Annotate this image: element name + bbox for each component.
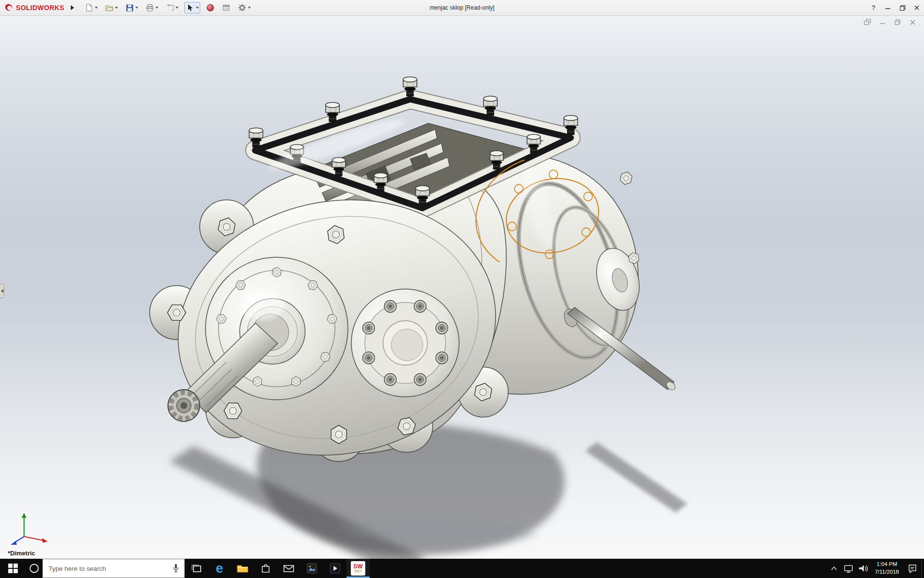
flyout-arrow-icon — [71, 5, 74, 10]
show-desktop-strip[interactable] — [921, 559, 924, 578]
window-controls: ? — [866, 0, 924, 15]
document-window-controls — [863, 18, 917, 26]
front-boss-small[interactable] — [351, 289, 459, 397]
print-icon — [145, 3, 154, 12]
dropdown-caret-icon — [196, 7, 199, 9]
doc-minimize-icon — [879, 19, 886, 26]
file-explorer-button[interactable] — [231, 559, 254, 578]
taskbar-clock[interactable]: 1:04 PM 7/11/2018 — [870, 559, 904, 578]
sw-badge-label: SW — [353, 564, 362, 569]
taskbar-search-box[interactable] — [42, 559, 185, 578]
restore-icon — [899, 5, 906, 11]
edge-button[interactable]: e — [208, 559, 231, 578]
restore-button[interactable] — [895, 0, 910, 15]
doc-new-window-button[interactable] — [863, 18, 873, 26]
start-button[interactable] — [0, 559, 26, 578]
quick-access-toolbar — [83, 2, 252, 13]
action-center-button[interactable] — [904, 559, 921, 578]
file-explorer-icon — [236, 562, 249, 575]
select-arrow-icon — [186, 3, 194, 12]
clock-time: 1:04 PM — [876, 561, 897, 568]
view-orientation-label: *Dimetric — [8, 550, 35, 557]
cascade-windows-icon — [864, 19, 872, 26]
appearances-button[interactable] — [205, 2, 216, 13]
options-button[interactable] — [236, 2, 252, 13]
titlebar: SOLIDWORKS — [0, 0, 924, 16]
taskbar-spacer — [370, 559, 827, 578]
menu-flyout-button[interactable] — [68, 2, 77, 13]
minimize-button[interactable] — [881, 0, 895, 15]
report-button[interactable] — [220, 2, 232, 13]
new-document-button[interactable] — [83, 2, 99, 13]
appearance-sphere-icon — [206, 3, 215, 12]
solidworks-window: SOLIDWORKS — [0, 0, 924, 578]
network-icon — [843, 563, 854, 574]
photos-app-icon — [306, 562, 318, 575]
photos-app-button[interactable] — [300, 559, 323, 578]
task-view-icon — [190, 562, 203, 575]
minimize-icon — [885, 5, 891, 11]
mail-envelope-icon — [282, 562, 295, 575]
graphics-viewport[interactable]: *Dimetric — [0, 16, 924, 559]
doc-restore-icon — [894, 19, 901, 26]
film-tv-app-icon — [329, 562, 341, 575]
search-input[interactable] — [43, 565, 167, 572]
close-button[interactable] — [910, 0, 924, 15]
dropdown-caret-icon — [176, 7, 179, 9]
cortana-button[interactable] — [26, 559, 42, 578]
save-button[interactable] — [124, 2, 140, 13]
solidworks-app-icon: SW 2017 — [351, 561, 365, 576]
doc-close-icon — [910, 19, 916, 26]
sw-badge-year: 2017 — [354, 569, 362, 573]
save-floppy-icon — [125, 3, 134, 12]
brand-name: SOLIDWORKS — [16, 4, 64, 12]
chevron-up-icon — [831, 566, 837, 570]
microphone-icon[interactable] — [172, 564, 180, 573]
dropdown-caret-icon — [115, 7, 118, 9]
task-view-button[interactable] — [185, 559, 208, 578]
action-center-icon — [907, 563, 918, 574]
new-document-icon — [85, 3, 93, 12]
solidworks-logo: SOLIDWORKS — [0, 3, 68, 13]
mail-button[interactable] — [277, 559, 300, 578]
store-button[interactable] — [254, 559, 277, 578]
undo-button[interactable] — [164, 2, 180, 13]
x-axis — [24, 537, 43, 540]
select-tool-button[interactable] — [184, 2, 200, 13]
collapse-arrow-icon — [1, 289, 3, 293]
tray-expand-button[interactable] — [827, 559, 841, 578]
print-button[interactable] — [144, 2, 160, 13]
dropdown-caret-icon — [155, 7, 158, 9]
help-button[interactable]: ? — [866, 0, 881, 15]
close-icon — [914, 5, 920, 11]
open-folder-icon — [105, 3, 114, 12]
dropdown-caret-icon — [248, 7, 251, 9]
windows-logo-icon — [8, 563, 18, 574]
dropdown-caret-icon — [135, 7, 138, 9]
film-tv-app-button[interactable] — [323, 559, 346, 578]
ground-shadow — [169, 422, 687, 559]
undo-arrow-icon — [166, 3, 174, 12]
ds-swirl-icon — [4, 3, 13, 13]
doc-close-button[interactable] — [908, 18, 917, 26]
gearbox-3d-model[interactable] — [0, 16, 924, 559]
volume-tray-button[interactable] — [856, 559, 870, 578]
network-tray-button[interactable] — [841, 559, 856, 578]
doc-restore-button[interactable] — [893, 18, 902, 26]
options-gear-icon — [238, 3, 246, 12]
panel-collapse-tab[interactable] — [0, 284, 4, 298]
open-button[interactable] — [103, 2, 119, 13]
taskbar: e SW 2017 — [0, 559, 924, 578]
volume-icon — [858, 563, 868, 574]
solidworks-app-button[interactable]: SW 2017 — [346, 559, 370, 578]
orientation-triad — [7, 509, 53, 547]
cortana-circle-icon — [29, 563, 39, 574]
report-table-icon — [222, 3, 231, 12]
doc-minimize-button[interactable] — [878, 18, 887, 26]
dropdown-caret-icon — [95, 7, 98, 9]
edge-icon: e — [216, 562, 223, 575]
clock-date: 7/11/2018 — [875, 568, 899, 576]
store-bag-icon — [259, 562, 272, 575]
